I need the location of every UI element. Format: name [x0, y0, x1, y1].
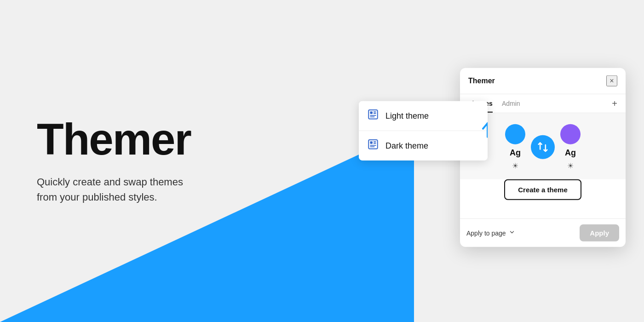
- svg-rect-0: [368, 110, 378, 119]
- theme-sun-left: ☀: [512, 161, 518, 170]
- create-theme-button[interactable]: Create a theme: [504, 179, 581, 200]
- theme-circle-purple: [560, 124, 581, 144]
- hero-title: Themer: [37, 117, 191, 161]
- apply-to-page-selector[interactable]: Apply to page: [466, 229, 515, 237]
- hero-section: Themer Quickly create and swap themes fr…: [37, 117, 191, 205]
- theme-ag-left: Ag: [510, 148, 521, 158]
- subtitle-line1: Quickly create and swap themes: [37, 176, 183, 188]
- panel-title: Themer: [468, 77, 495, 85]
- light-theme-icon: [367, 109, 379, 123]
- panel-header: Themer ×: [460, 68, 626, 94]
- swap-arrows-graphic: [474, 114, 488, 144]
- theme-dropdown: Light theme Dark th: [359, 101, 488, 161]
- create-theme-section: Create a theme: [460, 179, 626, 218]
- panel-area: Light theme Dark th: [460, 68, 626, 247]
- chevron-down-icon: [509, 229, 515, 237]
- close-button[interactable]: ×: [606, 75, 617, 86]
- tab-admin[interactable]: Admin: [502, 94, 520, 113]
- apply-button[interactable]: Apply: [580, 224, 619, 242]
- theme-card-right: Ag ☀: [560, 124, 581, 170]
- apply-to-page-label: Apply to page: [466, 229, 506, 236]
- theme-sun-right: ☀: [567, 161, 574, 170]
- light-theme-label: Light theme: [385, 111, 429, 121]
- svg-rect-1: [370, 111, 373, 114]
- dark-theme-item[interactable]: Dark theme: [359, 131, 488, 161]
- add-tab-button[interactable]: +: [612, 94, 617, 112]
- theme-circle-blue: [505, 124, 525, 144]
- dark-theme-label: Dark theme: [385, 141, 428, 150]
- svg-rect-6: [368, 140, 378, 149]
- theme-ag-right: Ag: [565, 148, 576, 158]
- panel-footer: Apply to page Apply: [460, 219, 626, 247]
- light-theme-item[interactable]: Light theme: [359, 101, 488, 131]
- subtitle-line2: from your published styles.: [37, 191, 157, 203]
- theme-card-left: Ag ☀: [505, 124, 525, 170]
- svg-rect-7: [370, 141, 373, 144]
- dark-theme-icon: [367, 138, 379, 153]
- hero-subtitle: Quickly create and swap themes from your…: [37, 174, 191, 205]
- swap-button[interactable]: [531, 135, 555, 159]
